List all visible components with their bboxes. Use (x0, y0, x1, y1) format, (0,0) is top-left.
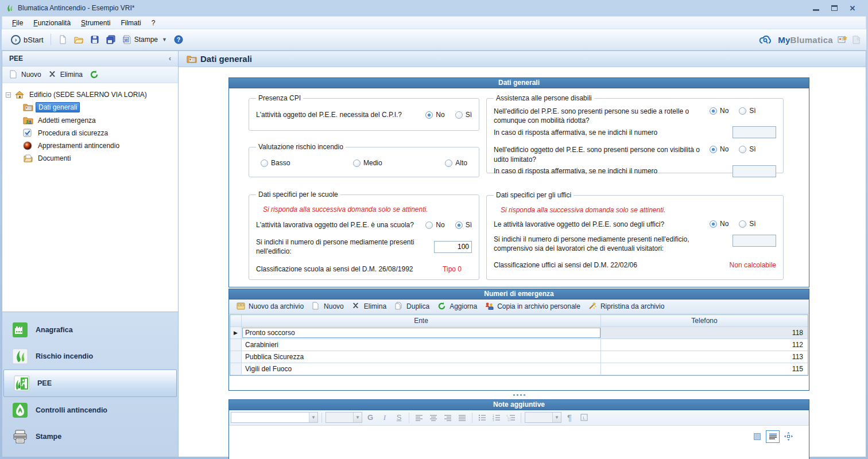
nav-controlli-antincendio[interactable]: Controlli antincendio (2, 397, 178, 423)
rischio-radio-medio[interactable]: Medio (353, 159, 382, 167)
nav-stampe[interactable]: Stampe (2, 423, 178, 450)
cell-ente[interactable]: Pronto soccorso (242, 327, 601, 339)
menu-strumenti[interactable]: Strumenti (76, 17, 115, 29)
maximize-button[interactable] (830, 4, 839, 12)
multilevel-list-button[interactable]: 1.1.11.2 (505, 412, 517, 423)
table-row[interactable]: ▶ Pronto soccorso 118 (230, 327, 808, 339)
bstart-button[interactable]: › ​bStart (7, 33, 47, 46)
cell-telefono[interactable]: 113 (601, 351, 808, 363)
assistenza-q1-radio-no[interactable]: No (710, 107, 728, 115)
align-justify-button[interactable] (456, 412, 468, 423)
sidebar-collapse-button[interactable]: ‹ (169, 55, 171, 63)
nav-label[interactable]: PEE (37, 379, 52, 387)
assistenza-num2-input[interactable] (733, 165, 776, 177)
assistenza-num1-input[interactable] (733, 126, 776, 138)
menu-file[interactable]: File (7, 17, 28, 29)
minimize-button[interactable] (811, 4, 820, 12)
em-duplica-button[interactable]: Duplica (390, 301, 433, 312)
cell-ente[interactable]: Vigili del Fuoco (242, 363, 601, 375)
assistenza-q1-radio-si[interactable]: Sì (739, 107, 755, 115)
tree-collapse-icon[interactable]: − (6, 92, 11, 98)
table-row[interactable]: Pubblica Sicurezza 113 (230, 351, 808, 363)
uffici-num-input[interactable] (733, 235, 776, 247)
rischio-radio-basso[interactable]: Basso (261, 159, 290, 167)
cell-ente[interactable]: Carabinieri (242, 339, 601, 351)
radio-icon[interactable] (261, 160, 268, 167)
tree-item-addetti-emergenza[interactable]: Addetti emergenza (23, 114, 175, 127)
new-document-button[interactable] (55, 33, 71, 46)
tree-item-label[interactable]: Documenti (36, 154, 73, 163)
paragraph-mark-button[interactable]: ¶ (563, 412, 576, 423)
tree-root-label[interactable]: Edificio (SEDE SALERNO VIA LORIA) (27, 90, 149, 99)
radio-icon[interactable] (353, 160, 361, 167)
assistenza-q2-radio-si[interactable]: Sì (739, 145, 755, 153)
scuole-radio-si[interactable]: Sì (455, 221, 472, 229)
radio-icon[interactable] (455, 111, 463, 119)
nav-label[interactable]: Rischio incendio (36, 352, 93, 360)
document-star-icon[interactable] (851, 35, 861, 44)
em-nuovo-button[interactable]: Nuovo (308, 301, 348, 312)
tree-item-label[interactable]: Apprestamenti antincendio (36, 141, 122, 150)
note-editor-area[interactable] (229, 426, 809, 459)
help-button[interactable]: ? (170, 33, 187, 46)
assistenza-q2-radio-no[interactable]: No (710, 145, 728, 153)
table-row[interactable]: Vigili del Fuoco 115 (230, 363, 808, 375)
scuole-num-input[interactable] (434, 241, 472, 253)
em-elimina-button[interactable]: Elimina (348, 301, 390, 312)
layout-box-button[interactable]: L (578, 412, 590, 423)
radio-icon[interactable] (425, 221, 433, 229)
tree-item-label[interactable]: Procedura di sicurezza (36, 129, 110, 138)
nav-label[interactable]: Controlli antincendio (36, 406, 107, 414)
tree-item-dati-generali[interactable]: Dati generali (23, 100, 175, 114)
cpi-radio-si[interactable]: Sì (455, 111, 472, 119)
font-size-combo[interactable]: ▼ (326, 412, 362, 423)
tree-root-edificio[interactable]: − Edificio (SEDE SALERNO VIA LORIA) (6, 89, 175, 100)
nav-label[interactable]: Stampe (36, 433, 61, 441)
menu-help[interactable]: ? (146, 17, 161, 29)
save-all-button[interactable] (103, 33, 119, 46)
align-center-button[interactable] (427, 412, 440, 423)
open-button[interactable] (71, 33, 87, 46)
table-row[interactable]: Carabinieri 112 (230, 339, 808, 351)
menu-filmati[interactable]: Filmati (115, 17, 146, 29)
radio-icon[interactable] (425, 111, 433, 119)
radio-icon[interactable] (710, 220, 717, 228)
em-aggiorna-button[interactable]: Aggiorna (433, 301, 481, 312)
align-left-button[interactable] (413, 412, 425, 423)
tree-refresh-button[interactable] (87, 69, 101, 80)
tree-item-procedura-sicurezza[interactable]: Procedura di sicurezza (23, 127, 175, 139)
user-card-star-icon[interactable] (838, 35, 847, 44)
splitter-handle[interactable] (228, 391, 809, 399)
nav-anagrafica[interactable]: Anagrafica (2, 317, 178, 343)
grid-col-ente[interactable]: Ente (242, 315, 601, 326)
grid-col-telefono[interactable]: Telefono (601, 315, 808, 326)
radio-icon[interactable] (739, 146, 746, 153)
em-ripristina-button[interactable]: Ripristina da archivio (584, 301, 668, 312)
cell-ente[interactable]: Pubblica Sicurezza (242, 351, 601, 363)
cell-telefono[interactable]: 115 (601, 363, 808, 375)
align-right-button[interactable] (441, 412, 454, 423)
numbered-list-button[interactable]: 123 (490, 412, 503, 423)
save-button[interactable] (87, 33, 103, 46)
tree-item-label[interactable]: Addetti emergenza (36, 116, 98, 125)
view-fullscreen-button[interactable] (781, 430, 795, 443)
em-nuovo-da-archivio-button[interactable]: Nuovo da archivio (232, 301, 308, 312)
nav-pee[interactable]: PEE (3, 369, 177, 397)
tree-nuovo-button[interactable]: Nuovo (7, 69, 44, 80)
view-simple-button[interactable] (750, 430, 764, 443)
cpi-radio-no[interactable]: No (425, 111, 444, 119)
tree-item-apprestamenti[interactable]: Apprestamenti antincendio (23, 139, 175, 152)
uffici-radio-si[interactable]: Sì (739, 220, 755, 228)
uffici-radio-no[interactable]: No (710, 220, 728, 228)
bullet-list-button[interactable] (476, 412, 489, 423)
close-button[interactable]: ✕ (848, 4, 857, 12)
nav-label[interactable]: Anagrafica (36, 326, 73, 334)
radio-icon[interactable] (739, 220, 746, 228)
font-family-combo[interactable]: ▼ (231, 412, 318, 423)
radio-icon[interactable] (710, 107, 717, 115)
radio-icon[interactable] (710, 146, 717, 153)
radio-icon[interactable] (455, 221, 463, 229)
menu-funzionalita[interactable]: Funzionalità (28, 17, 76, 29)
myblumatica-logo[interactable]: MyBlumatica (778, 35, 833, 45)
scuole-radio-no[interactable]: No (425, 221, 444, 229)
